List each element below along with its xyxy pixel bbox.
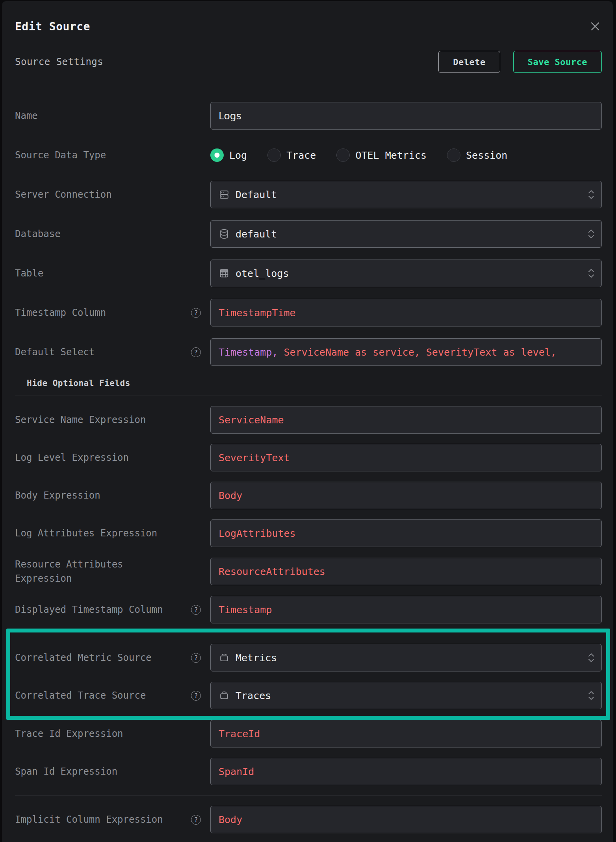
body-expression-input[interactable]: Body [210, 482, 602, 509]
default-select-input[interactable]: Timestamp, ServiceName as service, Sever… [210, 338, 602, 366]
radio-log-label: Log [229, 150, 247, 161]
field-row-server-connection: Server Connection Default [15, 181, 602, 208]
field-row-name: Name Logs [15, 102, 602, 130]
field-row-source-data-type: Source Data Type Log Trace OTEL Metrics … [15, 141, 602, 169]
close-icon [589, 20, 601, 32]
help-icon[interactable]: ? [191, 605, 201, 615]
help-icon[interactable]: ? [191, 653, 201, 663]
table-label: Table [15, 266, 43, 280]
radio-otel-metrics[interactable]: OTEL Metrics [336, 148, 427, 162]
help-icon[interactable]: ? [191, 347, 201, 357]
radio-log-control[interactable] [210, 148, 224, 162]
save-source-button[interactable]: Save Source [513, 51, 602, 73]
name-label: Name [15, 109, 38, 123]
log-attributes-input[interactable]: LogAttributes [210, 519, 602, 547]
default-select-value-purple: Timestamp, [219, 347, 278, 358]
close-button[interactable] [588, 20, 602, 33]
field-row-log-attributes: Log Attributes Expression LogAttributes [15, 519, 602, 547]
box-icon [219, 690, 230, 701]
implicit-column-value: Body [219, 814, 242, 825]
resource-attributes-input[interactable]: ResourceAttributes [210, 558, 602, 585]
server-connection-label: Server Connection [15, 187, 112, 202]
name-input[interactable]: Logs [210, 102, 602, 130]
trace-id-label: Trace Id Expression [15, 727, 123, 741]
server-connection-select[interactable]: Default [210, 181, 602, 208]
implicit-column-input[interactable]: Body [210, 806, 602, 833]
timestamp-column-value: TimestampTime [219, 307, 296, 319]
section-divider [15, 395, 602, 395]
timestamp-column-input[interactable]: TimestampTime [210, 299, 602, 326]
displayed-timestamp-input[interactable]: Timestamp [210, 596, 602, 623]
service-name-input[interactable]: ServiceName [210, 406, 602, 434]
help-icon[interactable]: ? [191, 691, 201, 701]
radio-session[interactable]: Session [447, 148, 507, 162]
trace-id-input[interactable]: TraceId [210, 720, 602, 747]
field-row-body-expression: Body Expression Body [15, 482, 602, 509]
field-row-correlated-metric: Correlated Metric Source ? Metrics [15, 644, 602, 671]
body-expression-value: Body [219, 490, 242, 501]
log-attributes-value: LogAttributes [219, 528, 296, 539]
source-data-type-label: Source Data Type [15, 148, 106, 162]
span-id-value: SpanId [219, 766, 254, 777]
action-buttons: Delete Save Source [438, 51, 602, 73]
section-heading: Source Settings [15, 56, 103, 67]
chevron-selector-icon [587, 652, 595, 664]
box-icon [219, 652, 230, 663]
help-icon[interactable]: ? [191, 815, 201, 825]
radio-trace[interactable]: Trace [267, 148, 316, 162]
database-value: default [236, 228, 277, 240]
span-id-input[interactable]: SpanId [210, 758, 602, 785]
timestamp-column-label: Timestamp Column [15, 306, 106, 320]
table-value: otel_logs [236, 268, 289, 279]
log-attributes-label: Log Attributes Expression [15, 526, 157, 540]
modal-title: Edit Source [15, 20, 90, 33]
chevron-selector-icon [587, 267, 595, 279]
chevron-selector-icon [587, 189, 595, 200]
resource-attributes-value: ResourceAttributes [219, 566, 325, 577]
modal-title-bar: Edit Source [15, 19, 602, 34]
radio-session-control[interactable] [447, 148, 460, 162]
field-row-trace-id: Trace Id Expression TraceId [15, 720, 602, 747]
body-expression-label: Body Expression [15, 488, 100, 503]
correlated-trace-label: Correlated Trace Source [15, 688, 146, 703]
correlated-metric-select[interactable]: Metrics [210, 644, 602, 671]
server-icon [219, 189, 230, 200]
field-row-database: Database default [15, 220, 602, 248]
field-row-default-select: Default Select ? Timestamp, ServiceName … [15, 338, 602, 366]
default-select-value-red: ServiceName as service, SeverityText as … [278, 347, 557, 358]
span-id-label: Span Id Expression [15, 764, 117, 779]
log-level-input[interactable]: SeverityText [210, 444, 602, 471]
field-row-service-name: Service Name Expression ServiceName [15, 406, 602, 434]
service-name-value: ServiceName [219, 414, 284, 426]
service-name-label: Service Name Expression [15, 413, 146, 427]
field-row-implicit-column: Implicit Column Expression ? Body [15, 806, 602, 833]
field-row-timestamp-column: Timestamp Column ? TimestampTime [15, 299, 602, 326]
log-level-label: Log Level Expression [15, 451, 129, 465]
settings-header: Source Settings Delete Save Source [15, 51, 602, 73]
correlated-sources-highlight: Correlated Metric Source ? Metrics [6, 629, 610, 720]
field-row-resource-attributes: Resource Attributes Expression ResourceA… [15, 557, 602, 586]
radio-otel-metrics-control[interactable] [336, 148, 350, 162]
radio-trace-control[interactable] [267, 148, 281, 162]
section-divider [15, 796, 602, 796]
help-icon[interactable]: ? [191, 308, 201, 318]
delete-button[interactable]: Delete [438, 51, 500, 73]
log-level-value: SeverityText [219, 452, 290, 464]
field-row-table: Table otel_logs [15, 260, 602, 287]
correlated-metric-label: Correlated Metric Source [15, 651, 152, 665]
table-select[interactable]: otel_logs [210, 260, 602, 287]
chevron-selector-icon [587, 228, 595, 240]
field-row-log-level: Log Level Expression SeverityText [15, 444, 602, 471]
radio-session-label: Session [466, 150, 507, 161]
correlated-trace-select[interactable]: Traces [210, 682, 602, 709]
field-row-correlated-trace: Correlated Trace Source ? Traces [15, 682, 602, 709]
radio-trace-label: Trace [286, 150, 316, 161]
radio-log[interactable]: Log [210, 148, 247, 162]
hide-optional-fields-toggle[interactable]: Hide Optional Fields [15, 378, 602, 388]
database-select[interactable]: default [210, 220, 602, 248]
edit-source-modal: Edit Source Source Settings Delete Save … [2, 1, 613, 842]
field-row-displayed-timestamp: Displayed Timestamp Column ? Timestamp [15, 596, 602, 623]
name-value: Logs [219, 110, 241, 122]
correlated-metric-value: Metrics [236, 652, 277, 664]
chevron-selector-icon [587, 690, 595, 701]
